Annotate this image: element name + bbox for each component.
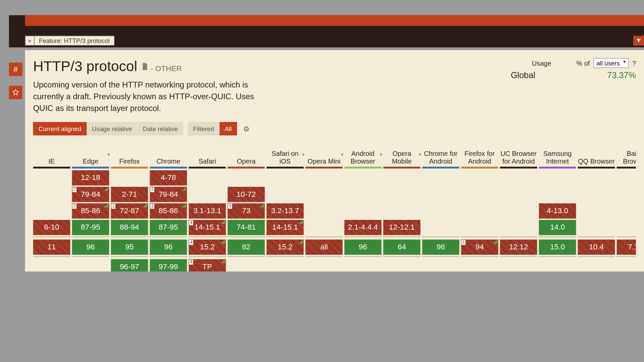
version-cell[interactable]: 2-71 bbox=[111, 187, 148, 202]
version-cell[interactable]: 15.2 bbox=[267, 240, 304, 255]
version-cell[interactable]: 85-863 bbox=[150, 203, 187, 219]
version-slot bbox=[383, 259, 421, 272]
version-cell[interactable]: 82 bbox=[228, 240, 265, 255]
version-slot bbox=[617, 187, 636, 202]
feature-tab-label[interactable]: Feature: HTTP/3 protocol bbox=[34, 36, 114, 46]
note-badge: 3 bbox=[150, 204, 154, 209]
version-cell[interactable]: 12-12.1 bbox=[383, 220, 421, 235]
version-cell[interactable]: 85-863 bbox=[72, 203, 109, 219]
version-cell[interactable]: 72-871 bbox=[111, 203, 148, 219]
browser-header[interactable]: UC Browser for Android bbox=[500, 142, 537, 167]
browser-column: Chrome for Android96 bbox=[422, 142, 460, 272]
browser-header[interactable]: Chrome bbox=[150, 142, 187, 167]
version-cell[interactable]: 95 bbox=[111, 240, 148, 255]
version-cell[interactable]: 4-13.0 bbox=[539, 203, 576, 219]
help-button[interactable]: ? bbox=[632, 59, 636, 67]
flag-icon bbox=[181, 187, 186, 191]
version-cell[interactable]: 79-842 bbox=[72, 187, 109, 202]
settings-button[interactable]: ⚙ bbox=[243, 125, 250, 133]
browser-column: Opera10-7273374-8182 bbox=[228, 142, 265, 272]
view-mode-usage-relative[interactable]: Usage relative bbox=[87, 122, 137, 135]
current-divider bbox=[189, 237, 226, 238]
version-cell[interactable]: 96 bbox=[422, 240, 460, 255]
version-cell[interactable]: all bbox=[306, 240, 343, 255]
version-cell[interactable]: 14-15.1 bbox=[267, 220, 304, 235]
version-cell[interactable]: 3.2-13.7 bbox=[267, 203, 304, 219]
version-slot: 12-18 bbox=[72, 170, 109, 185]
version-slot: 11 bbox=[33, 240, 70, 255]
browser-underline bbox=[189, 167, 226, 169]
version-cell[interactable]: 15.0 bbox=[539, 240, 576, 255]
usage-scope-select[interactable]: all users bbox=[593, 58, 629, 68]
browser-column: IE6-1011 bbox=[33, 142, 70, 272]
favorite-button[interactable] bbox=[9, 86, 22, 99]
version-cell[interactable]: 10.4 bbox=[578, 240, 615, 255]
note-badge: 2 bbox=[150, 187, 154, 192]
browser-header[interactable]: Edge* bbox=[72, 142, 109, 167]
version-cell[interactable]: 7.12 bbox=[617, 240, 636, 255]
browser-header[interactable]: Firefox bbox=[111, 142, 148, 167]
version-cell[interactable]: 96-97 bbox=[111, 259, 148, 272]
version-slot bbox=[539, 187, 576, 202]
version-slot bbox=[33, 187, 70, 202]
version-cell[interactable]: 74-81 bbox=[228, 220, 265, 235]
version-cell[interactable]: 79-842 bbox=[150, 187, 187, 202]
version-cell[interactable]: 941 bbox=[461, 240, 498, 255]
version-cell[interactable]: TP4 bbox=[189, 259, 226, 272]
version-cell[interactable]: 87-95 bbox=[72, 220, 109, 235]
browser-header[interactable]: Baidu Browser bbox=[617, 142, 636, 167]
version-cell[interactable]: 6-10 bbox=[33, 220, 70, 235]
browser-column: Baidu Browser7.12 bbox=[617, 142, 636, 272]
version-cell[interactable]: 10-72 bbox=[228, 187, 265, 202]
version-cell[interactable]: 14.0 bbox=[539, 220, 576, 235]
filter-button[interactable] bbox=[633, 36, 644, 46]
version-slot bbox=[500, 220, 537, 235]
browser-header[interactable]: Safari on iOS* bbox=[267, 142, 304, 167]
version-slot bbox=[422, 259, 460, 272]
browser-header[interactable]: Samsung Internet bbox=[539, 142, 576, 167]
filter-mode-filtered[interactable]: Filtered bbox=[188, 122, 219, 135]
version-slot bbox=[578, 170, 615, 185]
version-cell[interactable]: 64 bbox=[383, 240, 421, 255]
view-mode-date-relative[interactable]: Date relative bbox=[138, 122, 183, 135]
current-divider bbox=[578, 237, 615, 238]
version-cell[interactable]: 3.1-13.1 bbox=[189, 203, 226, 219]
version-slot bbox=[578, 259, 615, 272]
version-cell[interactable]: 15.24 bbox=[189, 240, 226, 255]
browser-header[interactable]: Opera bbox=[228, 142, 265, 167]
view-mode-current-aligned[interactable]: Current aligned bbox=[33, 122, 87, 135]
version-cell[interactable]: 96 bbox=[72, 240, 109, 255]
browser-header[interactable]: QQ Browser bbox=[578, 142, 615, 167]
version-cell[interactable]: 2.1-4.4.4 bbox=[344, 220, 382, 235]
close-tab-button[interactable]: × bbox=[25, 36, 34, 46]
version-slot: 96 bbox=[150, 240, 187, 255]
version-cell[interactable]: 88-94 bbox=[111, 220, 148, 235]
browser-header[interactable]: Android Browser* bbox=[344, 142, 382, 167]
version-cell[interactable]: 14-15.14 bbox=[189, 220, 226, 235]
version-cell[interactable]: 96 bbox=[150, 240, 187, 255]
version-slot bbox=[578, 203, 615, 219]
version-cell[interactable]: 12.12 bbox=[500, 240, 537, 255]
browser-header[interactable]: Chrome for Android bbox=[422, 142, 460, 167]
version-slot: 14-15.1 bbox=[267, 220, 304, 235]
browser-underline bbox=[617, 167, 636, 169]
browser-header[interactable]: Opera Mobile* bbox=[383, 142, 421, 167]
current-divider bbox=[344, 256, 382, 258]
version-cell[interactable]: 12-18 bbox=[72, 170, 109, 185]
browser-underline bbox=[72, 167, 109, 169]
version-cell[interactable]: 96 bbox=[344, 240, 382, 255]
browser-underline bbox=[422, 167, 460, 169]
browser-header[interactable]: Firefox for Android bbox=[461, 142, 498, 167]
version-cell[interactable]: 87-95 bbox=[150, 220, 187, 235]
current-divider bbox=[422, 256, 460, 258]
version-cell[interactable]: 733 bbox=[228, 203, 265, 219]
permalink-button[interactable]: # bbox=[9, 63, 22, 76]
browser-header[interactable]: Opera Mini* bbox=[306, 142, 343, 167]
browser-header[interactable]: Safari bbox=[189, 142, 226, 167]
version-cell[interactable]: 97-99 bbox=[150, 259, 187, 272]
version-cell[interactable]: 11 bbox=[33, 240, 70, 255]
filter-mode-all[interactable]: All bbox=[219, 122, 237, 135]
version-slot: 10.4 bbox=[578, 240, 615, 255]
version-cell[interactable]: 4-78 bbox=[150, 170, 187, 185]
browser-header[interactable]: IE bbox=[33, 142, 70, 167]
